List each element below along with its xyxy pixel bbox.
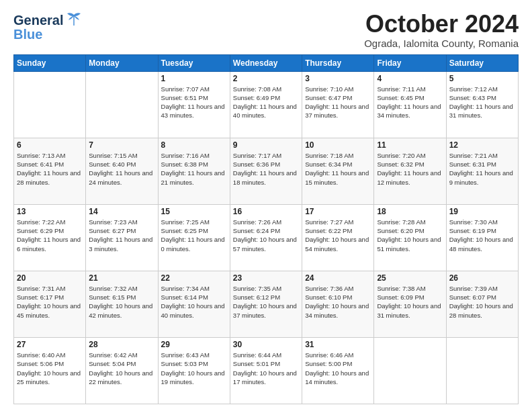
calendar-cell: 21Sunrise: 7:32 AM Sunset: 6:15 PM Dayli… [86,271,158,337]
day-info: Sunrise: 7:18 AM Sunset: 6:34 PM Dayligh… [305,151,371,187]
day-number: 23 [233,273,299,283]
calendar-cell: 25Sunrise: 7:38 AM Sunset: 6:09 PM Dayli… [374,271,446,337]
header: General Blue October 2024 Ograda, Ialomi… [13,11,519,49]
day-info: Sunrise: 7:07 AM Sunset: 6:51 PM Dayligh… [161,85,227,120]
calendar-cell [374,337,446,404]
day-info: Sunrise: 7:32 AM Sunset: 6:15 PM Dayligh… [89,284,154,320]
day-info: Sunrise: 7:15 AM Sunset: 6:40 PM Dayligh… [89,151,154,187]
day-info: Sunrise: 7:21 AM Sunset: 6:31 PM Dayligh… [449,151,515,187]
day-number: 9 [233,140,299,150]
day-number: 28 [89,340,154,349]
calendar-cell: 13Sunrise: 7:22 AM Sunset: 6:29 PM Dayli… [14,204,86,271]
col-header-monday: Monday [86,54,158,71]
day-info: Sunrise: 7:13 AM Sunset: 6:41 PM Dayligh… [17,151,83,187]
day-info: Sunrise: 7:39 AM Sunset: 6:07 PM Dayligh… [449,284,515,320]
day-info: Sunrise: 7:31 AM Sunset: 6:17 PM Dayligh… [17,284,83,320]
calendar-cell: 14Sunrise: 7:23 AM Sunset: 6:27 PM Dayli… [86,204,158,271]
day-info: Sunrise: 7:20 AM Sunset: 6:32 PM Dayligh… [377,151,443,187]
day-info: Sunrise: 7:25 AM Sunset: 6:25 PM Dayligh… [161,218,227,253]
day-number: 7 [89,140,154,150]
col-header-saturday: Saturday [446,54,518,71]
day-number: 3 [305,74,371,83]
calendar-cell: 27Sunrise: 6:40 AM Sunset: 5:06 PM Dayli… [14,337,86,404]
calendar-cell: 26Sunrise: 7:39 AM Sunset: 6:07 PM Dayli… [446,271,518,337]
calendar-cell: 17Sunrise: 7:27 AM Sunset: 6:22 PM Dayli… [302,204,374,271]
day-info: Sunrise: 7:34 AM Sunset: 6:14 PM Dayligh… [161,284,227,320]
calendar-cell: 15Sunrise: 7:25 AM Sunset: 6:25 PM Dayli… [158,204,230,271]
day-info: Sunrise: 7:08 AM Sunset: 6:49 PM Dayligh… [233,85,299,120]
calendar-table: SundayMondayTuesdayWednesdayThursdayFrid… [13,54,519,404]
day-number: 20 [17,273,83,283]
calendar-cell: 1Sunrise: 7:07 AM Sunset: 6:51 PM Daylig… [158,71,230,138]
day-number: 18 [377,207,443,216]
day-number: 8 [161,140,227,150]
month-title: October 2024 [364,11,519,38]
day-number: 26 [449,273,515,283]
day-info: Sunrise: 7:30 AM Sunset: 6:19 PM Dayligh… [449,218,515,253]
calendar-cell: 23Sunrise: 7:35 AM Sunset: 6:12 PM Dayli… [230,271,302,337]
calendar-cell: 28Sunrise: 6:42 AM Sunset: 5:04 PM Dayli… [86,337,158,404]
day-number: 10 [305,140,371,150]
calendar-cell: 16Sunrise: 7:26 AM Sunset: 6:24 PM Dayli… [230,204,302,271]
day-info: Sunrise: 7:38 AM Sunset: 6:09 PM Dayligh… [377,284,443,320]
day-info: Sunrise: 7:23 AM Sunset: 6:27 PM Dayligh… [89,218,154,253]
day-number: 30 [233,340,299,349]
day-number: 16 [233,207,299,216]
day-info: Sunrise: 7:36 AM Sunset: 6:10 PM Dayligh… [305,284,371,320]
col-header-sunday: Sunday [14,54,86,71]
calendar-cell [14,71,86,138]
calendar-cell: 9Sunrise: 7:17 AM Sunset: 6:36 PM Daylig… [230,138,302,204]
day-info: Sunrise: 7:12 AM Sunset: 6:43 PM Dayligh… [449,85,515,120]
day-number: 6 [17,140,83,150]
calendar-cell: 12Sunrise: 7:21 AM Sunset: 6:31 PM Dayli… [446,138,518,204]
day-info: Sunrise: 6:40 AM Sunset: 5:06 PM Dayligh… [17,351,83,386]
page: General Blue October 2024 Ograda, Ialomi… [0,0,532,411]
day-info: Sunrise: 7:26 AM Sunset: 6:24 PM Dayligh… [233,218,299,253]
col-header-thursday: Thursday [302,54,374,71]
calendar-cell: 18Sunrise: 7:28 AM Sunset: 6:20 PM Dayli… [374,204,446,271]
calendar-cell [86,71,158,138]
day-info: Sunrise: 6:42 AM Sunset: 5:04 PM Dayligh… [89,351,154,386]
calendar-cell: 31Sunrise: 6:46 AM Sunset: 5:00 PM Dayli… [302,337,374,404]
col-header-friday: Friday [374,54,446,71]
day-number: 14 [89,207,154,216]
day-number: 19 [449,207,515,216]
day-number: 4 [377,74,443,83]
day-number: 1 [161,74,227,83]
calendar-cell: 30Sunrise: 6:44 AM Sunset: 5:01 PM Dayli… [230,337,302,404]
day-info: Sunrise: 7:27 AM Sunset: 6:22 PM Dayligh… [305,218,371,253]
calendar-cell: 29Sunrise: 6:43 AM Sunset: 5:03 PM Dayli… [158,337,230,404]
day-info: Sunrise: 7:10 AM Sunset: 6:47 PM Dayligh… [305,85,371,120]
day-info: Sunrise: 6:43 AM Sunset: 5:03 PM Dayligh… [161,351,227,386]
day-info: Sunrise: 6:44 AM Sunset: 5:01 PM Dayligh… [233,351,299,386]
day-number: 29 [161,340,227,349]
title-block: October 2024 Ograda, Ialomita County, Ro… [364,11,519,49]
day-number: 12 [449,140,515,150]
day-number: 31 [305,340,371,349]
day-number: 22 [161,273,227,283]
calendar-cell: 24Sunrise: 7:36 AM Sunset: 6:10 PM Dayli… [302,271,374,337]
day-info: Sunrise: 7:16 AM Sunset: 6:38 PM Dayligh… [161,151,227,187]
location: Ograda, Ialomita County, Romania [364,38,519,49]
day-info: Sunrise: 7:11 AM Sunset: 6:45 PM Dayligh… [377,85,443,120]
day-number: 21 [89,273,154,283]
day-info: Sunrise: 7:17 AM Sunset: 6:36 PM Dayligh… [233,151,299,187]
calendar-cell: 7Sunrise: 7:15 AM Sunset: 6:40 PM Daylig… [86,138,158,204]
calendar-cell: 4Sunrise: 7:11 AM Sunset: 6:45 PM Daylig… [374,71,446,138]
calendar-cell: 22Sunrise: 7:34 AM Sunset: 6:14 PM Dayli… [158,271,230,337]
col-header-tuesday: Tuesday [158,54,230,71]
logo-bird-icon [64,11,83,30]
logo-general: General [13,13,63,28]
day-number: 5 [449,74,515,83]
calendar-cell: 11Sunrise: 7:20 AM Sunset: 6:32 PM Dayli… [374,138,446,204]
day-info: Sunrise: 6:46 AM Sunset: 5:00 PM Dayligh… [305,351,371,386]
day-info: Sunrise: 7:35 AM Sunset: 6:12 PM Dayligh… [233,284,299,320]
calendar-cell: 20Sunrise: 7:31 AM Sunset: 6:17 PM Dayli… [14,271,86,337]
calendar-cell [446,337,518,404]
day-number: 2 [233,74,299,83]
day-number: 24 [305,273,371,283]
day-info: Sunrise: 7:28 AM Sunset: 6:20 PM Dayligh… [377,218,443,253]
col-header-wednesday: Wednesday [230,54,302,71]
logo: General Blue [13,11,83,42]
calendar-cell: 2Sunrise: 7:08 AM Sunset: 6:49 PM Daylig… [230,71,302,138]
